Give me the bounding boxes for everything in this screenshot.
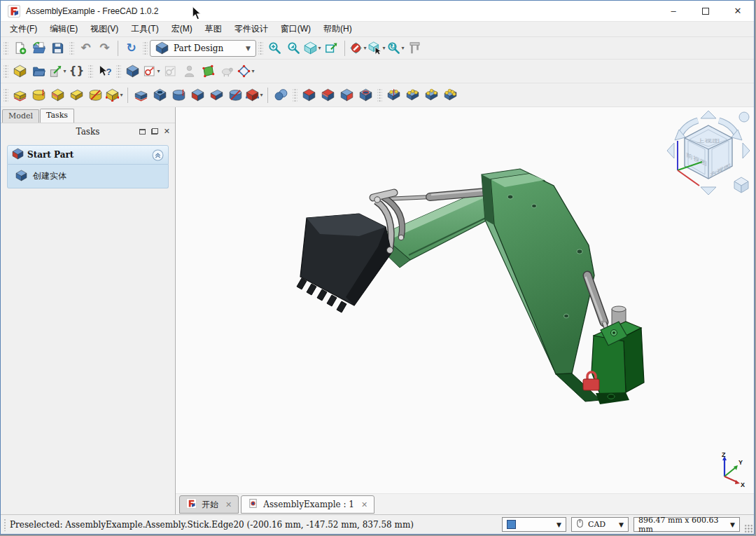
subtractive-helix-button[interactable]: [226, 85, 245, 104]
menu-window[interactable]: 窗口(W): [274, 22, 317, 36]
mdi-tab-start[interactable]: 开始✕: [179, 495, 239, 514]
part-workbench-button[interactable]: [10, 62, 29, 81]
menu-macro[interactable]: 宏(M): [165, 22, 199, 36]
menu-file[interactable]: 文件(F): [4, 22, 43, 36]
save-document-button[interactable]: [48, 39, 67, 57]
navcube-top-label: 上视图: [697, 138, 720, 143]
dock-view-button[interactable]: [322, 39, 341, 57]
menu-edit[interactable]: 编辑(E): [43, 22, 84, 36]
fit-selection-button[interactable]: [284, 39, 303, 57]
draw-style-button[interactable]: ▾: [349, 39, 368, 57]
mirrored-button[interactable]: [384, 85, 403, 104]
dropdown-arrow-icon[interactable]: ▾: [401, 45, 404, 51]
polar-pattern-button[interactable]: [422, 85, 441, 104]
start-part-header[interactable]: Start Part: [7, 145, 169, 165]
additive-helix-icon: [89, 88, 102, 102]
task-item-create-solid[interactable]: 创建实体: [7, 165, 169, 188]
dropdown-arrow-icon[interactable]: ▾: [260, 92, 262, 98]
additive-primitive-button[interactable]: ▾: [105, 85, 124, 104]
expressions-button[interactable]: {}: [67, 62, 86, 81]
dropdown-arrow-icon[interactable]: ▾: [63, 68, 66, 74]
thickness-button[interactable]: [356, 85, 375, 104]
create-datum-button[interactable]: ▾: [237, 62, 255, 81]
additive-pipe-button[interactable]: [67, 85, 86, 104]
dropdown-arrow-icon[interactable]: ▾: [363, 45, 366, 51]
dropdown-arrow-icon[interactable]: ▾: [318, 45, 321, 51]
open-document-icon: [32, 41, 46, 55]
boolean-operation-button[interactable]: [272, 85, 290, 104]
navigation-style-dropdown[interactable]: CAD ▼: [571, 517, 629, 532]
draft-button[interactable]: [337, 85, 356, 104]
dock-minimize-icon[interactable]: [139, 129, 146, 135]
pad-button[interactable]: [10, 85, 29, 104]
dropdown-arrow-icon[interactable]: ▾: [251, 68, 254, 74]
create-sketch-button[interactable]: ▾: [142, 62, 161, 81]
fillet-button[interactable]: [300, 85, 318, 104]
selection-view-button[interactable]: ▾: [368, 39, 386, 57]
dock-close-icon[interactable]: ✕: [164, 128, 170, 135]
additive-helix-button[interactable]: [86, 85, 105, 104]
export-share-button[interactable]: ▾: [48, 62, 67, 81]
measure-button[interactable]: [405, 39, 424, 57]
new-document-button[interactable]: [10, 39, 29, 57]
mdi-tab-close-icon[interactable]: ✕: [225, 500, 232, 509]
linear-pattern-button[interactable]: [403, 85, 422, 104]
menu-help[interactable]: 帮助(H): [317, 22, 358, 36]
open-document-button[interactable]: [29, 39, 48, 57]
subtractive-primitive-button[interactable]: ▾: [245, 85, 264, 104]
whats-this-button[interactable]: ?: [95, 62, 114, 81]
chamfer-button[interactable]: [318, 85, 337, 104]
redo-button[interactable]: ↷: [95, 39, 114, 57]
groove-button[interactable]: [169, 85, 188, 104]
multitransform-button[interactable]: [441, 85, 460, 104]
mdi-tab-close-icon[interactable]: ✕: [361, 500, 368, 509]
refresh-button[interactable]: ↻: [122, 39, 141, 57]
color-swatch-dropdown[interactable]: ▼: [502, 517, 566, 532]
dock-float-icon[interactable]: [151, 128, 158, 135]
pocket-button[interactable]: [132, 85, 150, 104]
zoom-tools-icon: ↻: [387, 41, 400, 55]
create-body-button[interactable]: [123, 62, 142, 81]
viewport-3d[interactable]: 上视图 前视图 右视图 Z Y X 开始✕AssemblyExamp: [176, 107, 754, 514]
collapse-chevron-button[interactable]: [152, 149, 164, 161]
tasks-panel-titlebar: Tasks ✕: [1, 123, 175, 139]
mdi-tab-bar: 开始✕AssemblyExample : 1✕: [176, 493, 754, 514]
open-folder-button[interactable]: [29, 62, 48, 81]
subtractive-pipe-button[interactable]: [207, 85, 226, 104]
save-document-icon: [51, 41, 64, 55]
minimize-button[interactable]: –: [657, 1, 690, 21]
undo-button[interactable]: ↶: [76, 39, 95, 57]
dropdown-arrow-icon[interactable]: ▾: [120, 92, 122, 98]
hole-button[interactable]: [150, 85, 169, 104]
axonometric-view-button[interactable]: ▾: [303, 39, 322, 57]
dropdown-arrow-icon[interactable]: ▾: [382, 45, 385, 51]
create-body-icon: [126, 64, 139, 78]
toolbar-separator: [127, 88, 128, 103]
menu-sketch[interactable]: 草图: [199, 22, 228, 36]
close-button[interactable]: ✕: [722, 1, 754, 21]
menu-tools[interactable]: 工具(T): [125, 22, 164, 36]
fit-all-button[interactable]: [265, 39, 284, 57]
workbench-selector[interactable]: Part Design▼: [150, 40, 256, 57]
menu-partdesign[interactable]: 零件设计: [228, 22, 274, 36]
edit-sketch-button[interactable]: [161, 62, 180, 81]
dimensions-dropdown[interactable]: 896.47 mm x 600.63 mm ▼: [634, 517, 740, 532]
revolution-button[interactable]: [29, 85, 48, 104]
mdi-tab-assembly-example[interactable]: AssemblyExample : 1✕: [241, 495, 374, 514]
maximize-button[interactable]: [690, 1, 722, 21]
resize-grip[interactable]: [744, 524, 753, 533]
map-sketch-button[interactable]: [180, 62, 199, 81]
navigation-cube[interactable]: 上视图 前视图 右视图: [666, 110, 751, 195]
dock-tab-model[interactable]: Model: [2, 109, 39, 123]
additive-loft-button[interactable]: [48, 85, 67, 104]
dock-tab-tasks[interactable]: Tasks: [40, 109, 74, 123]
menu-view[interactable]: 视图(V): [84, 22, 125, 36]
shape-binder-button[interactable]: [199, 62, 218, 81]
zoom-tools-button[interactable]: ↻▾: [386, 39, 405, 57]
export-share-icon: [49, 64, 62, 78]
toolbar-grip: [377, 88, 382, 102]
dropdown-arrow-icon[interactable]: ▾: [157, 68, 160, 74]
create-clone-button[interactable]: [218, 62, 237, 81]
subtractive-loft-button[interactable]: [188, 85, 207, 104]
workbench-value: Part Design: [174, 43, 223, 53]
